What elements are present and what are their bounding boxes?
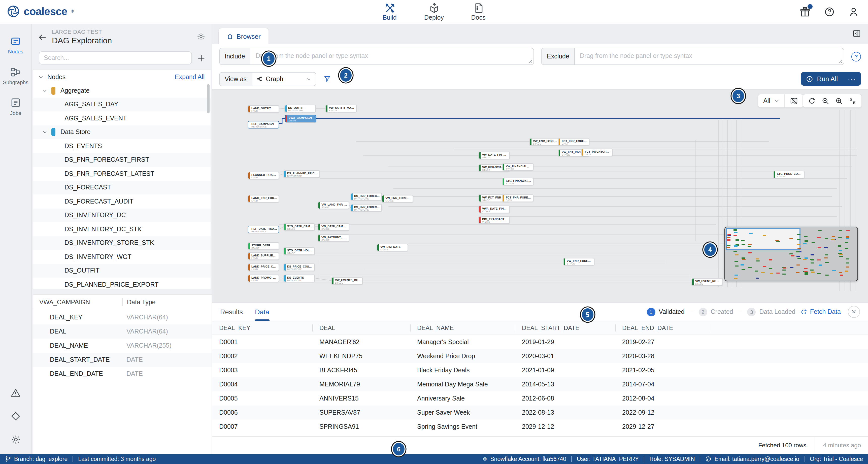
dag-node-ds-planned-price-export[interactable]: DS_PLANNED_PRICE_EXPORTDATASTORE [284,170,320,178]
tree-row-ds_inventory_dc[interactable]: DS_INVENTORY_DC [33,208,211,222]
table-row[interactable]: D0005ANNIVERS15Anniversary Sale2012-06-0… [212,392,868,406]
dag-node-planned-price-and-pro-[interactable]: PLANNED_PRICE_AND_PRO...LAND [248,172,279,179]
zoom-out-button[interactable] [820,97,834,104]
dag-node-fct-fnr-forecast[interactable]: FCT_FNR_FORECASTDATA [502,194,533,202]
zoom-in-button[interactable] [834,97,848,104]
toggle-panel-icon[interactable] [852,29,861,38]
nav-build[interactable]: Build [376,2,403,21]
tree-row-ds_planned_price_export[interactable]: DS_PLANNED_PRICE_EXPORT [33,278,211,289]
tree-row-ds_inventory_wgt[interactable]: DS_INVENTORY_WGT [33,250,211,264]
tree-scrollbar[interactable] [207,84,210,113]
column-row-deal_key[interactable]: DEAL_KEYVARCHAR(64) [33,310,212,324]
whats-new-button[interactable] [800,6,811,18]
dag-node-fct-fnr-forecast-week[interactable]: FCT_FNR_FORECAST_WEEKDATA [558,138,589,146]
nav-deploy[interactable]: Deploy [421,2,447,21]
graph-scope-value[interactable]: All [763,97,770,104]
column-row-deal_start_date[interactable]: DEAL_START_DATEDATE [33,353,212,367]
fit-view-button[interactable] [848,97,862,104]
dag-node-stg-date-campaign[interactable]: STG_DATE_CAMPAIGNSTAGE [284,223,315,231]
dag-canvas[interactable]: LAND_OUTFITLANDDS_OUTFITDATASTOREVW_OUTF… [212,90,868,302]
filter-help-button[interactable]: ? [851,52,861,61]
tree-row-data store[interactable]: Data Store [33,125,211,139]
table-row[interactable]: D0007SPRINGSA91Spring Savings Event2029-… [212,420,868,434]
table-row[interactable]: D0002WEEKENDP75Weekend Price Drop2020-03… [212,349,868,363]
tree-row-agg_sales_event[interactable]: AGG_SALES_EVENT [33,111,211,125]
dag-node-land-promo-bag-now[interactable]: LAND_PROMO_BAG_NOWLAND [248,275,279,282]
account-button[interactable] [848,6,859,17]
exclude-input[interactable] [575,49,844,63]
coalesce-logo[interactable]: coalesce® [6,4,74,18]
chevron-down-icon[interactable] [42,88,48,93]
expand-all-link[interactable]: Expand All [175,73,205,80]
dag-node-ds-price-cost-future[interactable]: DS_PRICE_COST_FUTUREDATASTORE [284,264,315,271]
branch-status[interactable]: Branch: dag_explore [5,456,67,462]
fetch-data-button[interactable]: Fetch Data [801,308,841,315]
dag-node-vw-financial-year-previ-[interactable]: VW_FINANCIAL_YEAR_PREVI...STAGE [502,163,533,171]
dag-node-ds-fnr-forecast-first[interactable]: DS_FNR_FORECAST_FIRSTDATASTORE [351,204,382,212]
dag-node-ds-outfit[interactable]: DS_OUTFITDATASTORE [285,105,316,112]
dag-node-vw-fnr-forecast-region[interactable]: VW_FNR_FORECAST_REGIONSTAGE [563,258,594,266]
dag-node-vw-payment-method[interactable]: VW_PAYMENT_METHODSTAGE [318,234,349,242]
dag-node-stg-date-holiday[interactable]: STG_DATE_HOLIDAYSTAGE [284,247,315,255]
column-row-deal_end_date[interactable]: DEAL_END_DATEDATE [33,367,212,381]
dag-node-stg-prod-zone-week[interactable]: STG_PROD_ZONE_WEEKSTAGE [773,171,805,178]
tree-row-aggregate[interactable]: Aggregate [33,84,211,97]
rail-item-subgraphs[interactable]: Subgraphs [3,66,28,85]
dag-node-ref-campaign[interactable]: REF_CAMPAIGNREFERENCE [248,121,279,128]
chevron-down-icon[interactable] [42,130,48,135]
run-all-button[interactable]: Run All ··· [801,72,861,86]
rail-item-jobs[interactable]: Jobs [10,97,21,116]
dag-node-vw-event-region-fnr[interactable]: VW_EVENT_REGION_FNRSTAGE [692,278,723,286]
column-row-deal[interactable]: DEALVARCHAR(64) [33,324,212,339]
tab-browser[interactable]: Browser [218,28,269,44]
include-input[interactable] [251,49,534,63]
table-row[interactable]: D0001MANAGER'62Manager's Special2019-01-… [212,335,868,349]
dag-node-land-price-cost-future[interactable]: LAND_PRICE_COST_FUTURELAND [248,264,279,271]
toggle-minimap-button[interactable] [785,97,803,105]
chevron-down-icon[interactable] [38,74,43,79]
dag-node-ds-events[interactable]: DS_EVENTSDATASTORE [284,275,315,282]
tree-row-ds_inventory_store_stk[interactable]: DS_INVENTORY_STORE_STK [33,236,211,250]
table-row[interactable]: D0004MEMORIAL79Memorial Day Mega Sale201… [212,377,868,392]
run-all-more-button[interactable]: ··· [844,75,856,83]
problems-button[interactable] [10,388,21,398]
rail-item-nodes[interactable]: Nodes [8,36,24,54]
view-as-select[interactable]: Graph [252,72,316,85]
table-row[interactable]: D0006SUPERSAV87Super Saver Week2022-08-1… [212,406,868,420]
back-button[interactable] [38,33,47,42]
dag-node-vw-dim-date[interactable]: VW_DIM_DATESTAGE [377,244,408,251]
dag-node-ref-date-financial-cale-[interactable]: REF_DATE_FINANCIAL_CALE...REFERENCE [248,226,279,233]
table-row[interactable]: D0003BLACKFRI45Black Friday Deals2021-01… [212,363,868,377]
dag-node-vw-events-region[interactable]: VW_EVENTS_REGIONSTAGE [332,277,363,285]
refresh-layout-button[interactable] [803,97,820,104]
settings-button[interactable] [10,434,21,445]
tree-row-ds_forecast_audit[interactable]: DS_FORECAST_AUDIT [33,194,211,208]
tree-row-ds_outfit[interactable]: DS_OUTFIT [33,264,211,278]
dag-node-vw-date-campaign-2[interactable]: VW_DATE_CAMPAIGN_2STAGE [318,223,349,231]
git-tag-button[interactable] [10,411,21,421]
help-button[interactable] [824,6,835,17]
dag-node-vw-fnr-forecast[interactable]: VW_FNR_FORECASTSTAGE [382,195,413,203]
dag-node-fct-inventory-wgt-week[interactable]: FCT_INVENTORY_WGT_WEEKDATA [581,149,613,156]
dag-node-land-supplier-rebate-in-[interactable]: LAND_SUPPLIER_REBATE_IN...LAND [248,252,279,260]
dag-node-vwa-campaign[interactable]: VWA_CAMPAIGNVIEWS [285,115,316,122]
column-row-deal_name[interactable]: DEAL_NAMEVARCHAR(255) [33,339,212,353]
search-input[interactable] [39,52,192,64]
tree-row-ds_fnr_forecast_latest[interactable]: DS_FNR_FORECAST_LATEST [33,167,211,181]
tree-row-ds_inventory_dc_stk[interactable]: DS_INVENTORY_DC_STK [33,222,211,236]
resize-handle[interactable] [839,59,843,63]
dag-node-stg-financial-year-prev-[interactable]: STG_FINANCIAL_YEAR_PREV...STAGE [502,178,533,185]
workspace-settings-button[interactable] [196,32,206,41]
filter-funnel-button[interactable] [323,75,331,83]
dag-node-ds-fnr-forecast-latest[interactable]: DS_FNR_FORECAST_LATESTDATASTORE [351,193,382,200]
dag-node-land-outfit[interactable]: LAND_OUTFITLAND [248,105,279,113]
dag-node-vwa-date-financial[interactable]: VWA_DATE_FINANCIALVIEWS [478,206,510,213]
dag-node-vw-outfit-main-compon-[interactable]: VW_OUTFIT_MAIN_COMPON...STAGE [326,105,357,112]
dag-node-dim-transaction-date[interactable]: DIM_TRANSACTION_DATEVIEWS [478,216,510,224]
resize-handle[interactable] [529,59,533,63]
dag-node-vw-date-fin-week[interactable]: VW_DATE_FIN_WEEKSTAGE [478,152,510,159]
tab-data[interactable]: Data [255,303,269,321]
nav-docs[interactable]: Docs [465,2,492,21]
tree-row-ds_events[interactable]: DS_EVENTS [33,139,211,153]
add-node-button[interactable] [197,54,206,62]
